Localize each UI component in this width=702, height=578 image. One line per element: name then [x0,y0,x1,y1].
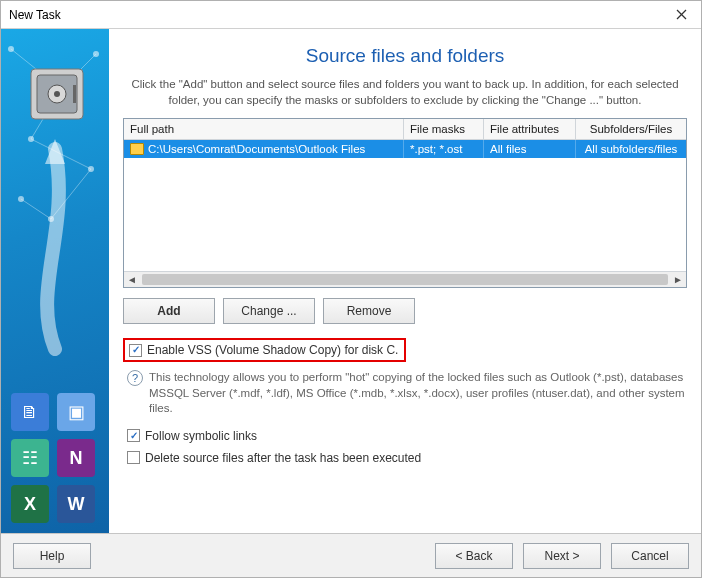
horizontal-scrollbar[interactable]: ◄ ► [124,271,686,287]
sources-table: Full path File masks File attributes Sub… [123,118,687,288]
folder-icon [130,143,144,155]
back-button[interactable]: < Back [435,543,513,569]
title-bar: New Task [1,1,701,29]
main-panel: Source files and folders Click the "Add"… [109,29,701,533]
svg-line-7 [21,199,51,219]
svg-point-11 [28,136,34,142]
follow-links-checkbox[interactable] [127,429,140,442]
svg-point-10 [93,51,99,57]
add-button[interactable]: Add [123,298,215,324]
body: 🗎 ▣ ☷ N X W Source files and folders Cli… [1,29,701,533]
close-button[interactable] [661,1,701,28]
wizard-window: New Task [0,0,702,578]
close-icon [676,9,687,20]
delete-after-label: Delete source files after the task has b… [145,451,421,465]
table-blank-area[interactable] [124,158,686,271]
svg-point-14 [18,196,24,202]
vss-info-text: This technology allows you to perform "h… [149,370,687,417]
table-row[interactable]: C:\Users\Comrat\Documents\Outlook Files … [124,140,686,158]
cell-masks: *.pst; *.ost [404,140,484,158]
follow-links-label: Follow symbolic links [145,429,257,443]
sidebar-file-icons: 🗎 ▣ ☷ N X W [11,393,101,523]
enable-vss-checkbox[interactable] [129,344,142,357]
scroll-right-icon[interactable]: ► [670,272,686,287]
delete-after-checkbox[interactable] [127,451,140,464]
contact-icon: ☷ [11,439,49,477]
image-icon: ▣ [57,393,95,431]
cell-masks-text: *.pst; *.ost [410,143,462,155]
cell-attributes: All files [484,140,576,158]
delete-after-row: Delete source files after the task has b… [127,451,687,465]
col-subfolders[interactable]: Subfolders/Files [576,119,686,139]
remove-button[interactable]: Remove [323,298,415,324]
svg-point-8 [8,46,14,52]
document-icon: 🗎 [11,393,49,431]
onenote-icon: N [57,439,95,477]
col-full-path[interactable]: Full path [124,119,404,139]
cell-path-text: C:\Users\Comrat\Documents\Outlook Files [148,143,365,155]
svg-rect-20 [73,85,76,103]
cell-path: C:\Users\Comrat\Documents\Outlook Files [124,140,404,158]
info-icon: ? [127,370,143,386]
follow-links-row: Follow symbolic links [127,429,687,443]
cancel-button[interactable]: Cancel [611,543,689,569]
page-title: Source files and folders [123,45,687,67]
safe-icon [29,67,85,123]
next-button[interactable]: Next > [523,543,601,569]
enable-vss-label: Enable VSS (Volume Shadow Copy) for disk… [147,343,398,357]
help-button[interactable]: Help [13,543,91,569]
highlight-box: Enable VSS (Volume Shadow Copy) for disk… [123,338,406,362]
window-title: New Task [9,8,61,22]
excel-icon: X [11,485,49,523]
table-buttons: Add Change ... Remove [123,298,687,324]
col-file-attributes[interactable]: File attributes [484,119,576,139]
scroll-left-icon[interactable]: ◄ [124,272,140,287]
scroll-thumb[interactable] [142,274,668,285]
cell-subfolders: All subfolders/files [576,140,686,158]
footer: Help < Back Next > Cancel [1,533,701,577]
word-icon: W [57,485,95,523]
vss-info-row: ? This technology allows you to perform … [127,370,687,417]
svg-point-19 [54,91,60,97]
sidebar-graphic: 🗎 ▣ ☷ N X W [1,29,109,533]
table-header: Full path File masks File attributes Sub… [124,119,686,140]
change-button[interactable]: Change ... [223,298,315,324]
svg-point-12 [88,166,94,172]
page-description: Click the "Add" button and select source… [123,77,687,108]
col-file-masks[interactable]: File masks [404,119,484,139]
